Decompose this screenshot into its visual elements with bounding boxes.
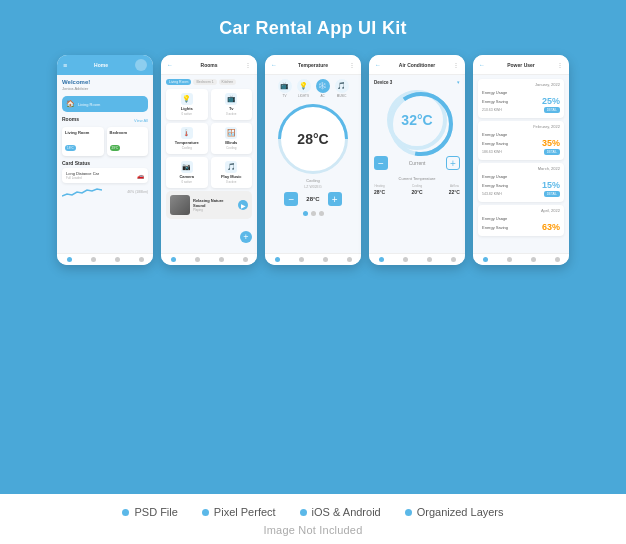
welcome-text: Welcome!: [62, 79, 148, 85]
apr-energy-label: Energy Usage: [482, 216, 507, 221]
music-circle-icon: 🎵: [335, 79, 349, 93]
tab-living-room[interactable]: Living Room: [166, 79, 191, 85]
phone-home: ≡ Home Welcome! Jonica Addster 🏠 Living …: [57, 55, 153, 265]
room-living-badge: 18°C: [65, 145, 76, 151]
blinds-icon: 🪟: [225, 127, 237, 139]
feb-saving-pct: 35%: [542, 138, 560, 148]
device-selector-row: Device 3 ▾: [374, 79, 460, 85]
nav-dot-2: [91, 257, 96, 262]
phone-rooms-header: ← Rooms ⋮: [161, 55, 257, 75]
jan-saving-label: Energy Saving: [482, 99, 508, 104]
rooms-header-row: Rooms View All: [62, 116, 148, 125]
camera-sub: 0 active: [182, 180, 192, 184]
apr-energy-row: Energy Usage: [482, 216, 560, 221]
apr-saving-row: Energy Saving 63%: [482, 222, 560, 232]
blinds-label: Blinds: [225, 140, 237, 145]
mar-energy-label: Energy Usage: [482, 174, 507, 179]
temperature-sub: Cooling: [182, 146, 192, 150]
car-icon: 🚗: [137, 172, 144, 179]
ac-temp-circle: 32°C: [387, 90, 447, 150]
music-label: Play Music: [221, 174, 242, 179]
airflow-info: Airflow 22°C: [449, 184, 460, 195]
features-row: PSD File Pixel Perfect iOS & Android Org…: [122, 506, 503, 518]
nav-ac-dot-2: [403, 257, 408, 262]
cooling-info: Cooling 20°C: [411, 184, 422, 195]
nav-power-dot-2: [507, 257, 512, 262]
living-room-text: Living Room: [78, 102, 100, 107]
phone-rooms-nav: [161, 253, 257, 265]
increase-button[interactable]: +: [328, 192, 342, 206]
feb-saving-label: Energy Saving: [482, 141, 508, 146]
mar-sub-row: 543.82 KWH DETAIL: [482, 191, 560, 197]
current-temp-label: Current Temperature: [374, 176, 460, 181]
pixel-label: Pixel Perfect: [214, 506, 276, 518]
phone-temp-header: ← Temperature ⋮: [265, 55, 361, 75]
tv-item-label: TV: [283, 94, 287, 98]
feature-psd: PSD File: [122, 506, 177, 518]
feb-sub-row: 186.63 KWH DETAIL: [482, 149, 560, 155]
rooms-section-title: Rooms: [62, 116, 79, 122]
mar-section: March, 2022 Energy Usage Energy Saving 1…: [478, 163, 564, 202]
pixel-dot: [202, 509, 209, 516]
grid-item-lights: 💡 Lights 0 active: [166, 89, 208, 120]
jan-energy-label: Energy Usage: [482, 90, 507, 95]
nav-temp-dot-3: [323, 257, 328, 262]
grid-item-music: 🎵 Play Music 0 active: [211, 157, 253, 188]
device-label: Device 3: [374, 80, 392, 85]
ac-controls: − Current +: [374, 156, 460, 170]
card-status-title: Card Status: [62, 160, 148, 166]
ios-dot: [300, 509, 307, 516]
mar-saving-row: Energy Saving 15%: [482, 180, 560, 190]
room-bedroom-badge: 29°C: [110, 145, 121, 151]
tab-bedroom1[interactable]: Bedroom 1: [193, 79, 216, 85]
hamburger-icon: ≡: [63, 62, 67, 69]
full-loaded-label: Full Loaded: [66, 176, 99, 180]
jan-detail-btn[interactable]: DETAIL: [544, 107, 560, 113]
ac-increase-button[interactable]: +: [446, 156, 460, 170]
nav-rooms-dot-3: [219, 257, 224, 262]
view-all-link[interactable]: View All: [134, 118, 148, 123]
temp-menu-icon: ⋮: [349, 61, 355, 68]
mar-detail-btn[interactable]: DETAIL: [544, 191, 560, 197]
heating-info: Heating 28°C: [374, 184, 385, 195]
music-item: 🎵 MUSIC: [335, 79, 349, 98]
chart-row: 46% (188km): [62, 186, 148, 198]
room-bedroom-name: Bedroom: [110, 130, 146, 135]
airflow-label: Airflow: [450, 184, 459, 188]
ios-label: iOS & Android: [312, 506, 381, 518]
ac-circle-arc: [387, 90, 455, 158]
decrease-button[interactable]: −: [284, 192, 298, 206]
phone-power-header: ← Power User ⋮: [473, 55, 569, 75]
phone-temp-title: Temperature: [298, 62, 328, 68]
mar-kwh: 543.82 KWH: [482, 192, 502, 196]
phone-power-nav: [473, 253, 569, 265]
home-icon: 🏠: [66, 100, 75, 108]
music-player-card: Relaxing Nature Sound Playing ▶: [166, 191, 252, 219]
phone-home-content: Welcome! Jonica Addster 🏠 Living Room Ro…: [57, 75, 153, 253]
ac-decrease-button[interactable]: −: [374, 156, 388, 170]
dots-menu-icon: ⋮: [245, 61, 251, 68]
add-button[interactable]: +: [240, 231, 252, 243]
camera-label: Camera: [179, 174, 194, 179]
music-title: Relaxing Nature Sound: [193, 198, 235, 208]
room-bedroom: Bedroom 29°C: [107, 127, 149, 156]
tv-icon: 📺: [225, 93, 237, 105]
cooling-label: Cooling: [270, 178, 356, 183]
tab-kitchen[interactable]: Kitchen: [219, 79, 237, 85]
bottom-section: PSD File Pixel Perfect iOS & Android Org…: [0, 494, 626, 544]
phone-power: ← Power User ⋮ January, 2022 Energy Usag…: [473, 55, 569, 265]
indicator-dots: [270, 211, 356, 216]
phone-home-nav: [57, 253, 153, 265]
blinds-sub: Cooling: [226, 146, 236, 150]
feb-detail-btn[interactable]: DETAIL: [544, 149, 560, 155]
play-button[interactable]: ▶: [238, 200, 248, 210]
temp-control-val: 28°C: [306, 196, 319, 202]
music-thumbnail: [170, 195, 190, 215]
rooms-list: Living Room 18°C Bedroom 29°C: [62, 127, 148, 156]
power-menu-icon: ⋮: [557, 61, 563, 68]
feb-section: February, 2022 Energy Usage Energy Savin…: [478, 121, 564, 160]
temp-back-icon: ←: [271, 62, 277, 68]
nav-power-dot-3: [531, 257, 536, 262]
power-back-icon: ←: [479, 62, 485, 68]
phone-ac-nav: [369, 253, 465, 265]
